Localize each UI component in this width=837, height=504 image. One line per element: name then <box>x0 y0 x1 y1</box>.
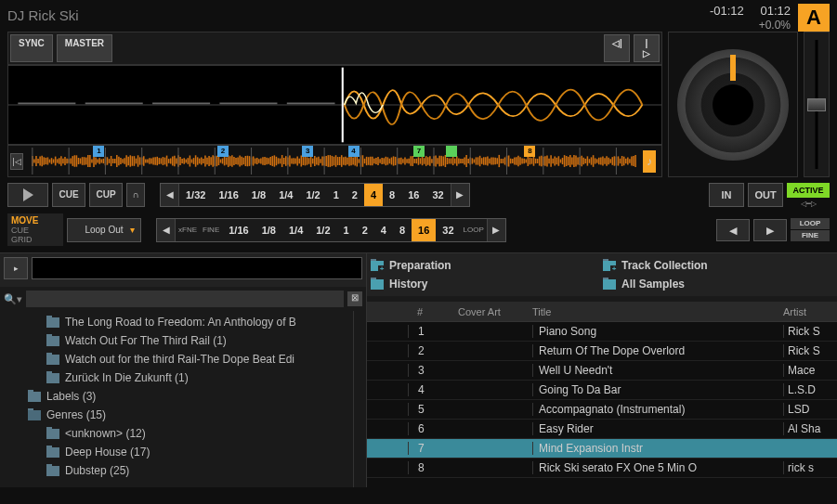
xfine-label[interactable]: xFNE <box>176 219 200 241</box>
loop-fine-fine[interactable]: FINE <box>791 230 830 241</box>
clear-filter-button[interactable]: ⊠ <box>347 291 362 306</box>
row-title: Going To Da Bar <box>532 383 783 396</box>
tree-item[interactable]: Watch Out For The Third Rail (1) <box>4 331 349 350</box>
flux-button[interactable]: ∩ <box>126 183 145 207</box>
cue-marker-loop[interactable] <box>446 146 457 157</box>
table-row[interactable]: 3Well U Needn'tMace <box>367 361 837 381</box>
cue-marker-4[interactable]: 4 <box>348 146 360 157</box>
move-size-1-16[interactable]: 1/16 <box>222 219 255 241</box>
cue-marker-8[interactable]: 8 <box>524 146 535 157</box>
tree-item-label: Deep House (17) <box>65 446 150 459</box>
move-size-32[interactable]: 32 <box>436 219 460 241</box>
loop-size-2[interactable]: 2 <box>346 184 364 206</box>
tree-item[interactable]: Watch out for the third Rail-The Dope Be… <box>4 350 349 368</box>
loop-size-1-4[interactable]: 1/4 <box>272 184 299 206</box>
seek-prev-button[interactable]: ◁| <box>604 34 630 62</box>
all-samples-folder[interactable]: All Samples <box>603 276 833 292</box>
fine-label[interactable]: FINE <box>200 219 222 241</box>
expand-browser-button[interactable]: ▸ <box>4 257 28 279</box>
loop-size-32[interactable]: 32 <box>425 184 450 206</box>
jog-wheel[interactable] <box>677 49 789 161</box>
sync-button[interactable]: SYNC <box>10 34 53 62</box>
loop-fine-loop[interactable]: LOOP <box>791 218 830 229</box>
loop-size-1-2[interactable]: 1/2 <box>299 184 326 206</box>
table-row[interactable]: 1Piano SongRick S <box>367 322 837 342</box>
col-artist[interactable]: Artist <box>783 306 837 317</box>
waveform-main[interactable] <box>7 65 662 145</box>
loop-size-16[interactable]: 16 <box>401 184 425 206</box>
table-row[interactable]: 7Mind Expansion Instr <box>367 439 837 459</box>
move-mode-dropdown[interactable]: Loop Out <box>67 218 141 242</box>
waveform-overview[interactable]: |◁ 123478 ♪ <box>7 145 662 177</box>
filter-input[interactable] <box>26 291 344 307</box>
move-size-1-8[interactable]: 1/8 <box>255 219 282 241</box>
table-row[interactable]: 5Accompagnato (Instrumental)LSD <box>367 400 837 420</box>
time-display: -01:12 01:12 +0.0% <box>710 4 791 32</box>
folder-icon <box>46 447 59 458</box>
table-row[interactable]: 2Return Of The Dope OverlordRick S <box>367 342 837 361</box>
cue-marker-7[interactable]: 7 <box>413 146 425 157</box>
move-size-prev[interactable]: ◀ <box>157 219 176 241</box>
tempo-fader-handle[interactable] <box>807 98 826 111</box>
move-size-1-4[interactable]: 1/4 <box>282 219 309 241</box>
tree-item[interactable]: <unknown> (12) <box>4 424 349 443</box>
move-size-8[interactable]: 8 <box>393 219 412 241</box>
track-artist: DJ Rick Ski <box>7 4 710 23</box>
tree-item[interactable]: Zurück In Die Zukunft (1) <box>4 368 349 387</box>
move-size-1[interactable]: 1 <box>337 219 356 241</box>
cue-button[interactable]: CUE <box>52 183 85 207</box>
cue-marker-2[interactable]: 2 <box>217 146 229 157</box>
tree-scrollbar[interactable] <box>353 311 366 487</box>
loop-size-4[interactable]: 4 <box>364 184 383 206</box>
loop-size-next[interactable]: ▶ <box>451 184 469 206</box>
play-button[interactable] <box>7 183 48 207</box>
cue-marker-1[interactable]: 1 <box>93 146 104 157</box>
cue-label[interactable]: CUE <box>11 226 59 235</box>
move-size-1-2[interactable]: 1/2 <box>309 219 336 241</box>
tree-item-label: <unknown> (12) <box>65 427 146 440</box>
seek-next-button[interactable]: |▷ <box>634 34 660 62</box>
grid-label[interactable]: GRID <box>11 235 59 244</box>
col-number[interactable]: # <box>408 306 458 317</box>
tree-item[interactable]: The Long Road to Freedom: An Anthology o… <box>4 313 349 331</box>
row-title: Well U Needn't <box>532 364 783 377</box>
table-row[interactable]: 6Easy RiderAl Sha <box>367 420 837 439</box>
move-size-4[interactable]: 4 <box>374 219 393 241</box>
tempo-fader[interactable] <box>804 32 830 177</box>
tree-item[interactable]: Deep House (17) <box>4 443 349 461</box>
table-row[interactable]: 8Rick Ski serato FX One 5 Min Orick s <box>367 459 837 478</box>
move-size-next[interactable]: ▶ <box>487 219 505 241</box>
move-back-button[interactable]: ◀ <box>716 219 750 241</box>
jump-start-button[interactable]: |◁ <box>10 153 23 170</box>
preparation-folder[interactable]: Preparation <box>371 257 601 274</box>
loop-size-prev[interactable]: ◀ <box>161 184 179 206</box>
loop-label[interactable]: LOOP <box>461 219 487 241</box>
search-input[interactable] <box>32 257 362 279</box>
master-button[interactable]: MASTER <box>57 34 112 62</box>
position-marker-icon[interactable]: ♪ <box>643 150 656 173</box>
loop-in-button[interactable]: IN <box>709 183 744 207</box>
loop-size-1[interactable]: 1 <box>327 184 346 206</box>
track-collection-folder[interactable]: Track Collection <box>603 257 833 274</box>
loop-size-1-32[interactable]: 1/32 <box>179 184 212 206</box>
move-size-2[interactable]: 2 <box>356 219 374 241</box>
history-folder[interactable]: History <box>371 276 601 292</box>
move-forward-button[interactable]: ▶ <box>753 219 787 241</box>
folder-plus-icon <box>371 261 384 271</box>
loop-size-1-16[interactable]: 1/16 <box>212 184 244 206</box>
tree-item[interactable]: Dubstep (25) <box>4 461 349 480</box>
tree-item[interactable]: Labels (3) <box>4 387 349 406</box>
loop-active-badge[interactable]: ACTIVE <box>787 183 830 198</box>
row-title: Accompagnato (Instrumental) <box>532 403 783 416</box>
folder-icon <box>46 317 59 328</box>
col-title[interactable]: Title <box>532 306 783 317</box>
cue-marker-3[interactable]: 3 <box>302 146 313 157</box>
loop-size-1-8[interactable]: 1/8 <box>245 184 272 206</box>
loop-out-button[interactable]: OUT <box>748 183 783 207</box>
col-coverart[interactable]: Cover Art <box>458 306 532 317</box>
cup-button[interactable]: CUP <box>89 183 123 207</box>
move-size-16[interactable]: 16 <box>412 219 436 241</box>
tree-item[interactable]: Genres (15) <box>4 406 349 424</box>
loop-size-8[interactable]: 8 <box>383 184 401 206</box>
table-row[interactable]: 4Going To Da BarL.S.D <box>367 381 837 400</box>
